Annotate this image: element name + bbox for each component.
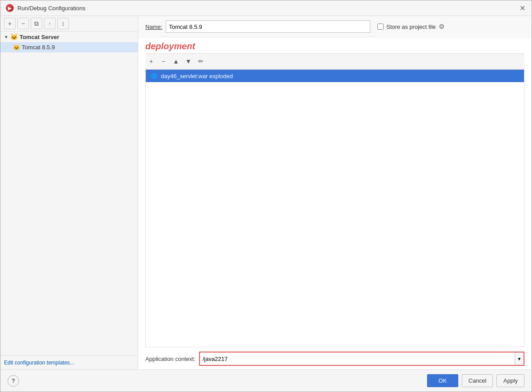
right-panel: Name: Store as project file ⚙ deployment… bbox=[138, 16, 532, 369]
deploy-item-icon: 🌐 bbox=[150, 72, 157, 79]
deployment-title: deployment bbox=[145, 41, 195, 51]
dialog-title: Run/Debug Configurations bbox=[17, 5, 85, 12]
bottom-right: OK Cancel Apply bbox=[427, 374, 524, 387]
edit-config-templates-link[interactable]: Edit configuration templates... bbox=[4, 360, 74, 366]
move-config-button[interactable]: ↑ bbox=[44, 18, 56, 29]
deploy-up-button[interactable]: ▲ bbox=[170, 55, 182, 67]
deploy-item[interactable]: 🌐 day46_servlet:war exploded bbox=[146, 70, 524, 82]
bottom-bar: ? OK Cancel Apply bbox=[0, 369, 532, 392]
deploy-list: 🌐 day46_servlet:war exploded bbox=[145, 69, 524, 347]
title-bar: ▶ Run/Debug Configurations ✕ bbox=[0, 0, 532, 16]
main-content: + − ⧉ ↑ ↕ ▼ 🐱 Tomcat Server 🐱 Tomcat 8.5… bbox=[0, 16, 532, 369]
cancel-button[interactable]: Cancel bbox=[462, 374, 493, 387]
sidebar-toolbar: + − ⧉ ↑ ↕ bbox=[0, 16, 138, 32]
close-button[interactable]: ✕ bbox=[518, 4, 526, 12]
add-config-button[interactable]: + bbox=[4, 18, 16, 29]
tomcat-server-icon: 🐱 bbox=[10, 33, 18, 40]
store-row: Store as project file ⚙ bbox=[377, 23, 444, 31]
deploy-toolbar: + − ▲ ▼ ✏ bbox=[145, 53, 524, 69]
app-icon: ▶ bbox=[6, 4, 14, 12]
name-row: Name: Store as project file ⚙ bbox=[138, 16, 532, 38]
name-input[interactable] bbox=[166, 20, 370, 33]
sidebar-item-label: Tomcat 8.5.9 bbox=[22, 44, 55, 51]
deploy-item-label: day46_servlet:war exploded bbox=[161, 73, 233, 79]
ok-button[interactable]: OK bbox=[427, 374, 458, 387]
deploy-down-button[interactable]: ▼ bbox=[183, 55, 194, 67]
sidebar-group-label: Tomcat Server bbox=[20, 34, 59, 40]
store-as-project-checkbox[interactable] bbox=[377, 24, 384, 30]
sidebar: + − ⧉ ↑ ↕ ▼ 🐱 Tomcat Server 🐱 Tomcat 8.5… bbox=[0, 16, 138, 369]
bottom-left: ? bbox=[8, 375, 19, 387]
remove-config-button[interactable]: − bbox=[17, 18, 29, 29]
run-debug-dialog: ▶ Run/Debug Configurations ✕ + − ⧉ ↑ ↕ ▼… bbox=[0, 0, 532, 392]
chevron-down-icon: ▼ bbox=[517, 356, 522, 361]
sort-config-button[interactable]: ↕ bbox=[57, 18, 69, 29]
deployment-area: + − ▲ ▼ ✏ 🌐 day46_servlet:war exploded A… bbox=[138, 53, 532, 369]
sidebar-group-tomcat-server[interactable]: ▼ 🐱 Tomcat Server bbox=[0, 32, 138, 42]
name-label: Name: bbox=[145, 24, 162, 30]
deploy-edit-button[interactable]: ✏ bbox=[195, 55, 207, 67]
deploy-add-button[interactable]: + bbox=[145, 55, 157, 67]
tomcat-item-icon: 🐱 bbox=[13, 44, 20, 51]
app-context-dropdown-button[interactable]: ▼ bbox=[515, 352, 524, 365]
sidebar-item-tomcat[interactable]: 🐱 Tomcat 8.5.9 bbox=[0, 42, 138, 52]
app-context-label: Application context: bbox=[145, 356, 196, 362]
sidebar-bottom: Edit configuration templates... bbox=[0, 355, 138, 369]
chevron-down-icon: ▼ bbox=[4, 35, 8, 40]
app-context-input-wrapper: ▼ bbox=[199, 352, 524, 366]
app-context-row: Application context: ▼ bbox=[145, 347, 524, 369]
title-bar-left: ▶ Run/Debug Configurations bbox=[6, 4, 85, 12]
apply-button[interactable]: Apply bbox=[496, 374, 524, 387]
app-context-input[interactable] bbox=[200, 353, 515, 364]
help-button[interactable]: ? bbox=[8, 375, 19, 387]
copy-config-button[interactable]: ⧉ bbox=[31, 18, 42, 29]
gear-icon[interactable]: ⚙ bbox=[439, 23, 444, 31]
store-as-project-label: Store as project file bbox=[386, 24, 436, 30]
deployment-header: deployment bbox=[138, 38, 532, 53]
deploy-remove-button[interactable]: − bbox=[158, 55, 169, 67]
